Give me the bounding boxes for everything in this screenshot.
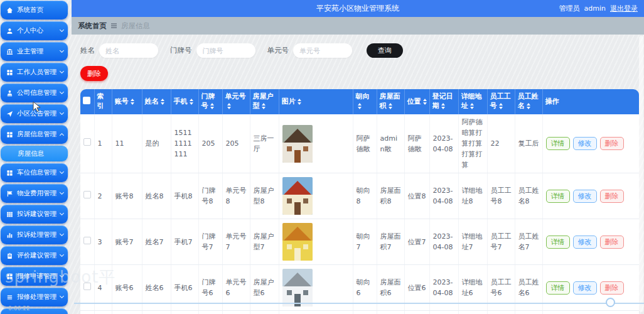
col-reg-date[interactable]: 登记日期	[429, 89, 458, 114]
row-checkbox[interactable]	[83, 191, 91, 198]
sidebar-item-personal-center[interactable]: 个人中心	[1, 21, 68, 40]
detail-button[interactable]: 详情	[546, 236, 570, 249]
cell-staff-no: 员工工号7	[487, 219, 515, 265]
breadcrumb-home[interactable]: 系统首页	[78, 21, 107, 31]
sort-icon[interactable]	[161, 99, 164, 105]
cell-staff-name: 员工姓名8	[515, 173, 542, 219]
sidebar-item-label: 投诉处理管理	[17, 230, 60, 239]
chevron-down-icon	[60, 211, 64, 215]
sidebar-item-repair-request-mgmt[interactable]: 报修申请管理	[1, 267, 68, 286]
col-house-type[interactable]: 房屋户型	[250, 89, 279, 114]
cell-picture	[279, 173, 353, 219]
scrollbar[interactable]	[639, 36, 643, 312]
sort-icon[interactable]	[262, 103, 266, 109]
table-row: 5 账号5 姓名5 手机5 门牌号5 单元号5 房屋户型5	[80, 311, 639, 314]
delete-row-button[interactable]: 删除	[600, 281, 624, 295]
cell-account: 账号7	[112, 219, 142, 265]
cell-house-type: 房屋户型7	[250, 219, 279, 265]
sidebar-item-clipped[interactable]	[1, 308, 68, 314]
edit-button[interactable]: 修改	[573, 137, 597, 150]
cell-account: 账号5	[112, 311, 142, 314]
door-input[interactable]	[196, 43, 255, 58]
detail-button[interactable]: 详情	[546, 281, 570, 295]
sidebar-item-complaint-handle-mgmt[interactable]: 投诉处理管理	[1, 225, 68, 244]
building-icon	[6, 48, 13, 55]
sidebar-item-staff-mgmt[interactable]: 工作人员管理	[1, 63, 68, 82]
cell-door: 205	[198, 114, 222, 173]
edit-button[interactable]: 修改	[573, 281, 597, 295]
edit-button[interactable]: 修改	[573, 236, 597, 249]
sort-icon[interactable]	[227, 103, 231, 109]
sort-icon[interactable]	[190, 99, 193, 105]
col-address[interactable]: 详细地址	[458, 89, 487, 114]
sidebar-item-evaluation-suggest-mgmt[interactable]: 评价建议管理	[1, 246, 68, 265]
sidebar-item-parking-info-mgmt[interactable]: 车位信息管理	[1, 163, 68, 182]
unit-input[interactable]	[293, 43, 352, 58]
sidebar-item-house-info-mgmt[interactable]: 房屋信息管理	[1, 125, 68, 144]
house-photo	[282, 125, 313, 163]
name-label: 姓名	[80, 46, 95, 55]
sidebar-item-community-notice-mgmt[interactable]: 小区公告管理	[1, 104, 68, 123]
col-staff-no[interactable]: 员工工号	[487, 89, 515, 114]
user-area: 管理员 admin 退出登录	[559, 0, 638, 17]
col-name[interactable]: 姓名	[142, 89, 171, 114]
name-input[interactable]	[99, 43, 158, 58]
delete-row-button[interactable]: 删除	[600, 190, 624, 203]
house-photo	[282, 223, 313, 261]
app-window: 系统首页 个人中心 业主管理 工作人员管理 公司信息管理 小区公告管理	[0, 0, 644, 314]
sort-icon[interactable]	[423, 99, 427, 105]
cell-name: 姓名7	[142, 219, 171, 265]
logout-link[interactable]: 退出登录	[610, 4, 638, 13]
home-icon	[6, 7, 13, 14]
sort-icon[interactable]	[131, 99, 134, 105]
col-unit[interactable]: 单元号	[222, 89, 250, 114]
grid-icon	[6, 170, 13, 176]
chevron-down-icon	[60, 232, 64, 236]
sidebar-item-label: 系统首页	[17, 6, 63, 14]
chevron-down-icon	[60, 69, 64, 73]
cell-index: 1	[94, 114, 112, 173]
cell-location: 位置7	[404, 219, 429, 265]
sidebar-subitem-house-info[interactable]: 房屋信息	[1, 146, 68, 161]
sidebar-item-owner-mgmt[interactable]: 业主管理	[1, 42, 68, 61]
col-staff-name[interactable]: 员工姓名	[515, 89, 542, 114]
edit-button[interactable]: 修改	[573, 190, 597, 203]
detail-button[interactable]: 详情	[546, 190, 570, 203]
delete-row-button[interactable]: 删除	[600, 236, 624, 249]
video-scrubber-handle[interactable]	[606, 298, 615, 307]
col-orientation[interactable]: 朝向	[353, 89, 377, 114]
col-index: 索引	[94, 89, 112, 114]
delete-row-button[interactable]: 删除	[600, 137, 624, 150]
sidebar-item-complaint-suggest-mgmt[interactable]: 投诉建议管理	[1, 205, 68, 224]
detail-button[interactable]: 详情	[546, 137, 570, 150]
sidebar-item-repair-handle-mgmt[interactable]: 报修处理管理	[1, 288, 68, 306]
row-checkbox[interactable]	[83, 138, 91, 146]
sidebar-item-label: 投诉建议管理	[17, 210, 60, 219]
col-location[interactable]: 位置	[404, 89, 429, 114]
col-door[interactable]: 门牌号	[198, 89, 222, 114]
sort-icon[interactable]	[358, 103, 362, 109]
col-picture[interactable]: 图片	[279, 89, 353, 114]
col-account[interactable]: 账号	[112, 89, 142, 114]
grid-icon	[6, 69, 13, 76]
col-area[interactable]: 房屋面积	[377, 89, 404, 114]
sort-icon[interactable]	[527, 103, 530, 109]
sort-icon[interactable]	[499, 103, 503, 109]
sidebar-item-property-fee-mgmt[interactable]: 物业费用管理	[1, 184, 68, 203]
query-button[interactable]: 查询	[367, 43, 403, 58]
sort-icon[interactable]	[389, 103, 392, 109]
video-scrubber-track[interactable]	[74, 303, 644, 304]
sidebar-item-label: 工作人员管理	[17, 68, 60, 77]
row-checkbox[interactable]	[83, 237, 91, 244]
sort-icon[interactable]	[210, 103, 214, 109]
sidebar-item-company-info-mgmt[interactable]: 公司信息管理	[1, 84, 68, 102]
col-phone[interactable]: 手机	[171, 89, 198, 114]
sort-icon[interactable]	[441, 103, 445, 109]
batch-delete-button[interactable]: 删除	[80, 66, 108, 81]
sidebar-item-home[interactable]: 系统首页	[1, 1, 68, 19]
cell-address: 详细地址5	[458, 311, 487, 314]
sort-icon[interactable]	[298, 99, 301, 105]
select-all-checkbox[interactable]	[83, 97, 90, 104]
row-checkbox[interactable]	[83, 283, 91, 290]
sort-icon[interactable]	[470, 103, 474, 109]
